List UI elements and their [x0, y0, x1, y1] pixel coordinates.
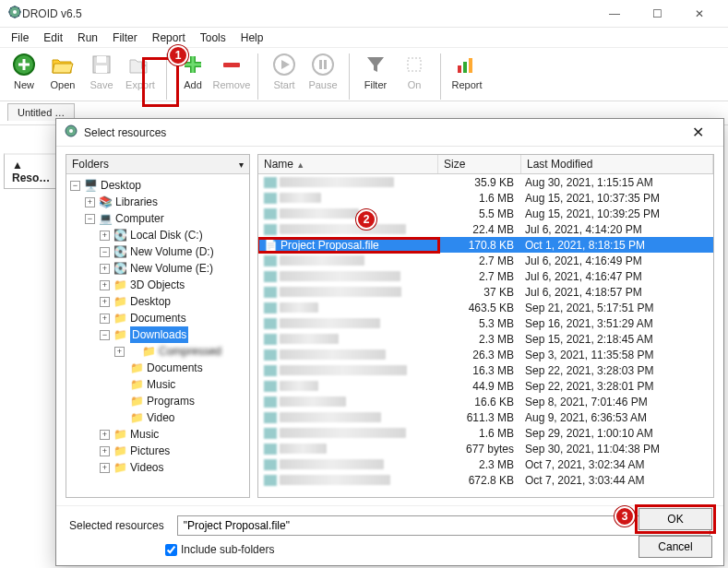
new-button[interactable]: New: [6, 52, 42, 98]
tree-local-disk-c[interactable]: Local Disk (C:): [130, 227, 203, 243]
col-modified[interactable]: Last Modified: [521, 155, 713, 173]
file-row[interactable]: 44.9 MBSep 22, 2021, 3:28:01 PM: [258, 378, 713, 394]
tree-music[interactable]: Music: [130, 426, 159, 443]
file-icon: 📄: [264, 239, 278, 252]
file-row[interactable]: 463.5 KBSep 21, 2021, 5:17:51 PM: [258, 300, 713, 315]
filter-on-button[interactable]: On: [396, 52, 433, 98]
tree-desktop[interactable]: Desktop: [101, 177, 141, 194]
folder-icon: 📁: [129, 378, 144, 391]
open-button[interactable]: Open: [44, 52, 81, 98]
tree-programs[interactable]: Programs: [147, 393, 195, 409]
tree-documents[interactable]: Documents: [130, 310, 186, 326]
window-title: DROID v6.5: [22, 7, 593, 20]
save-button[interactable]: Save: [83, 52, 120, 98]
tree-new-volume-d[interactable]: New Volume (D:): [130, 243, 214, 260]
svg-rect-4: [97, 56, 106, 63]
file-row[interactable]: 672.8 KBOct 7, 2021, 3:03:44 AM: [258, 472, 713, 488]
col-name[interactable]: Name ▲: [258, 155, 438, 173]
file-row[interactable]: 📄Project Proposal.file170.8 KBOct 1, 202…: [258, 237, 713, 253]
file-size: 5.3 MB: [438, 317, 521, 330]
file-row[interactable]: 5.3 MBSep 16, 2021, 3:51:29 AM: [258, 315, 713, 331]
file-row[interactable]: 37 KBJul 6, 2021, 4:18:57 PM: [258, 284, 713, 300]
svg-rect-12: [458, 65, 461, 73]
pause-button[interactable]: Pause: [304, 52, 341, 98]
file-row[interactable]: 26.3 MBSep 3, 2021, 11:35:58 PM: [258, 347, 713, 362]
folders-header: Folders ▾: [66, 155, 249, 174]
toolbar: New Open Save Export Add Remove Start Pa…: [0, 48, 728, 101]
file-list[interactable]: 35.9 KBAug 30, 2021, 1:15:15 AM1.6 MBAug…: [258, 174, 713, 497]
tree-videos[interactable]: Videos: [130, 459, 163, 476]
file-row[interactable]: 1.6 MBAug 15, 2021, 10:37:35 PM: [258, 190, 713, 206]
tree-desktop-folder[interactable]: Desktop: [130, 293, 171, 310]
minimize-button[interactable]: —: [593, 0, 636, 28]
folder-tree[interactable]: −🖥️Desktop +📚Libraries −💻Computer +💽Loca…: [66, 174, 249, 497]
tree-new-volume-e[interactable]: New Volume (E:): [130, 260, 213, 277]
folder-icon: 📁: [129, 395, 144, 408]
menu-filter[interactable]: Filter: [107, 30, 143, 45]
file-row[interactable]: 677 bytesSep 30, 2021, 11:04:38 PM: [258, 441, 713, 456]
folders-pane: Folders ▾ −🖥️Desktop +📚Libraries −💻Compu…: [66, 154, 250, 498]
minus-icon: [219, 52, 245, 77]
list-header: Name ▲ Size Last Modified: [258, 155, 713, 174]
file-size: 1.6 MB: [438, 427, 521, 440]
file-row[interactable]: 1.6 MBSep 29, 2021, 1:00:10 AM: [258, 425, 713, 441]
report-label: Report: [451, 79, 482, 90]
dialog-close-button[interactable]: ✕: [679, 124, 716, 141]
export-icon: [127, 52, 153, 77]
app-icon: [7, 5, 22, 22]
file-row[interactable]: 16.3 MBSep 22, 2021, 3:28:03 PM: [258, 362, 713, 378]
col-size[interactable]: Size: [438, 155, 521, 173]
tree-video[interactable]: Video: [147, 409, 174, 426]
file-row[interactable]: 2.7 MBJul 6, 2021, 4:16:49 PM: [258, 253, 713, 268]
file-row[interactable]: 611.3 MBAug 9, 2021, 6:36:53 AM: [258, 409, 713, 425]
file-date: Oct 7, 2021, 3:03:44 AM: [521, 474, 713, 487]
menu-help[interactable]: Help: [235, 30, 269, 45]
export-button[interactable]: Export: [122, 52, 159, 98]
play-icon: [271, 52, 297, 77]
file-name: Project Proposal.file: [280, 239, 379, 252]
cancel-button[interactable]: Cancel: [638, 536, 712, 558]
folder-icon: 📁: [113, 444, 127, 457]
library-icon: 📚: [98, 195, 113, 208]
tree-music-sub[interactable]: Music: [147, 376, 175, 393]
remove-label: Remove: [213, 79, 251, 90]
remove-button[interactable]: Remove: [213, 52, 250, 98]
menu-edit[interactable]: Edit: [38, 30, 68, 45]
menu-tools[interactable]: Tools: [195, 30, 232, 45]
start-button[interactable]: Start: [266, 52, 303, 98]
svg-point-16: [69, 129, 73, 133]
file-size: 2.7 MB: [438, 270, 521, 283]
menu-run[interactable]: Run: [72, 30, 103, 45]
svg-rect-6: [223, 63, 240, 67]
tree-downloads[interactable]: Downloads: [130, 326, 188, 343]
file-row[interactable]: 16.6 KBSep 8, 2021, 7:01:46 PM: [258, 394, 713, 409]
report-button[interactable]: Report: [448, 52, 485, 98]
file-date: Jul 6, 2021, 4:18:57 PM: [521, 286, 713, 299]
file-row[interactable]: 35.9 KBAug 30, 2021, 1:15:15 AM: [258, 174, 713, 190]
tree-libraries[interactable]: Libraries: [115, 194, 158, 210]
dialog-footer: Selected resources Include sub-folders O…: [56, 505, 723, 565]
maximize-button[interactable]: ☐: [636, 0, 678, 28]
tree-computer[interactable]: Computer: [115, 210, 164, 227]
file-size: 611.3 MB: [438, 411, 521, 424]
file-row[interactable]: 22.4 MBJul 6, 2021, 4:14:20 PM: [258, 221, 713, 237]
include-subfolders-checkbox[interactable]: [165, 544, 177, 556]
tree-3d-objects[interactable]: 3D Objects: [130, 277, 185, 293]
close-button[interactable]: ✕: [678, 0, 721, 28]
file-row[interactable]: 2.3 MBSep 15, 2021, 2:18:45 AM: [258, 331, 713, 347]
file-row[interactable]: 2.7 MBJul 6, 2021, 4:16:47 PM: [258, 268, 713, 284]
tree-pictures[interactable]: Pictures: [130, 443, 170, 459]
tree-compressed[interactable]: Compressed: [159, 343, 221, 360]
barchart-icon: [454, 52, 480, 77]
tree-documents-sub[interactable]: Documents: [147, 360, 203, 376]
drive-icon: 💽: [113, 229, 127, 242]
menu-file[interactable]: File: [6, 30, 34, 45]
file-row[interactable]: 5.5 MBAug 15, 2021, 10:39:25 PM: [258, 206, 713, 221]
menu-report[interactable]: Report: [147, 30, 191, 45]
file-size: 16.6 KB: [438, 396, 521, 408]
file-row[interactable]: 2.3 MBOct 7, 2021, 3:02:34 AM: [258, 456, 713, 472]
ok-button[interactable]: OK: [638, 508, 712, 530]
on-label: On: [408, 79, 422, 90]
filter-button[interactable]: Filter: [357, 52, 394, 98]
chevron-down-icon[interactable]: ▾: [239, 160, 244, 170]
